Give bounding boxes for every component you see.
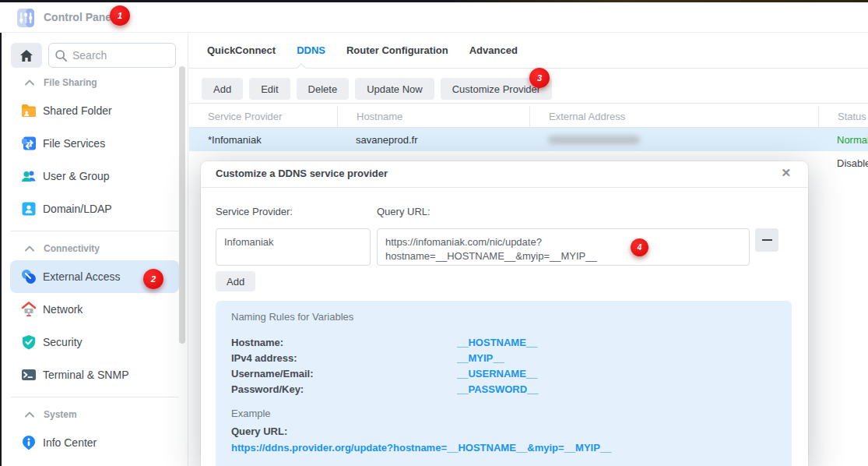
app-header: Control Panel: [0, 2, 868, 33]
example-query-url-label: Query URL:: [231, 425, 776, 437]
minus-icon: [762, 239, 772, 241]
rule-ipv4: IPv4 address: __MYIP__: [231, 350, 776, 365]
shared-folder-icon: [21, 103, 37, 118]
close-icon[interactable]: ✕: [781, 166, 791, 180]
annotation-badge-4: 4: [631, 238, 648, 256]
service-provider-input[interactable]: Infomaniak: [216, 228, 371, 266]
example-label: Example: [231, 408, 776, 419]
query-url-input[interactable]: https://infomaniak.com/nic/update? hostn…: [377, 228, 750, 266]
rule-password: Password/Key: __PASSWORD__: [231, 381, 776, 397]
chevron-up-icon: [24, 411, 35, 418]
sidebar-item-terminal-snmp[interactable]: Terminal & SNMP: [2, 358, 188, 391]
delete-button[interactable]: Delete: [297, 78, 350, 100]
sidebar-item-security[interactable]: Security: [2, 326, 188, 358]
sidebar-group-label: System: [44, 409, 77, 420]
column-header-external-address[interactable]: External Address: [529, 106, 818, 127]
query-url-label: Query URL:: [377, 206, 430, 217]
sidebar-group-file-sharing[interactable]: File Sharing: [2, 75, 181, 90]
sidebar: File Sharing Shared Folder File Services…: [2, 33, 188, 466]
annotation-badge-1: 1: [110, 5, 130, 26]
chevron-up-icon: [24, 79, 35, 86]
customize-ddns-provider-dialog: Customize a DDNS service provider ✕ Serv…: [201, 161, 808, 466]
naming-rules-title: Naming Rules for Variables: [231, 311, 776, 323]
sidebar-group-label: File Sharing: [44, 77, 97, 88]
home-button[interactable]: [11, 43, 42, 68]
user-group-icon: [21, 168, 37, 184]
sidebar-group-connectivity[interactable]: Connectivity: [2, 241, 181, 256]
info-center-icon: [21, 435, 37, 450]
security-icon: [21, 334, 37, 350]
cell-hostname: savaneprod.fr: [337, 128, 529, 151]
naming-rules-panel: Naming Rules for Variables Hostname: __H…: [216, 301, 792, 466]
page-title: Control Panel: [44, 2, 114, 33]
rule-hostname: Hostname: __HOSTNAME__: [231, 334, 776, 350]
control-panel-icon: [17, 9, 34, 27]
dialog-header: Customize a DDNS service provider ✕: [201, 161, 808, 188]
sidebar-item-domain-ldap[interactable]: Domain/LDAP: [2, 192, 188, 225]
search-box[interactable]: [48, 43, 176, 68]
annotation-badge-2: 2: [143, 269, 163, 289]
cell-service-provider: *Infomaniak: [189, 128, 337, 151]
sidebar-item-label: Domain/LDAP: [43, 203, 112, 215]
sidebar-item-label: Security: [43, 336, 83, 348]
sidebar-item-label: Shared Folder: [43, 104, 112, 117]
sidebar-item-label: User & Group: [43, 170, 110, 182]
rule-username: Username/Email: __USERNAME__: [231, 365, 776, 381]
tab-quickconnect[interactable]: QuickConnect: [207, 44, 276, 56]
network-icon: [21, 302, 37, 317]
query-url-line1: https://infomaniak.com/nic/update?: [385, 235, 741, 249]
sidebar-group-system[interactable]: System: [2, 407, 181, 422]
terminal-icon: [21, 367, 37, 383]
tab-bar: QuickConnect DDNS Router Configuration A…: [189, 33, 868, 69]
cell-status: Normal: [818, 128, 868, 151]
sidebar-item-user-group[interactable]: User & Group: [2, 160, 188, 192]
external-access-icon: [21, 269, 37, 284]
blurred-ip-address: [548, 136, 640, 144]
sidebar-item-network[interactable]: Network: [2, 293, 188, 326]
dialog-title: Customize a DDNS service provider: [216, 161, 388, 188]
column-header-status[interactable]: Status: [818, 106, 868, 127]
sidebar-item-file-services[interactable]: File Services: [2, 127, 188, 160]
column-header-hostname[interactable]: Hostname: [337, 106, 529, 127]
ddns-toolbar: Add Edit Delete Update Now Customize Pro…: [189, 69, 868, 104]
sidebar-group-label: Connectivity: [44, 243, 100, 254]
tab-ddns[interactable]: DDNS: [297, 44, 325, 56]
remove-provider-button[interactable]: [755, 228, 778, 252]
home-icon: [20, 50, 33, 62]
sidebar-item-info-center[interactable]: Info Center: [2, 426, 188, 459]
add-button[interactable]: Add: [202, 78, 243, 100]
cell-status: Disabled: [818, 151, 868, 175]
service-provider-label: Service Provider:: [216, 206, 293, 217]
edit-button[interactable]: Edit: [249, 78, 290, 100]
sidebar-divider: [11, 397, 179, 397]
sidebar-item-label: Network: [43, 303, 83, 316]
sidebar-item-label: File Services: [43, 137, 105, 150]
search-input[interactable]: [72, 49, 158, 62]
annotation-badge-3: 3: [529, 68, 550, 88]
sidebar-item-label: Info Center: [43, 436, 97, 449]
sidebar-item-shared-folder[interactable]: Shared Folder: [2, 94, 188, 127]
sidebar-divider: [11, 231, 179, 231]
tab-router-configuration[interactable]: Router Configuration: [346, 44, 448, 56]
update-now-button[interactable]: Update Now: [355, 78, 434, 100]
domain-ldap-icon: [21, 201, 37, 217]
file-services-icon: [21, 136, 37, 151]
table-header: Service Provider Hostname External Addre…: [189, 106, 868, 128]
sidebar-item-label: External Access: [43, 270, 121, 283]
search-icon: [55, 50, 67, 62]
column-header-service-provider[interactable]: Service Provider: [189, 106, 337, 127]
sidebar-item-label: Terminal & SNMP: [43, 369, 128, 381]
dialog-add-button[interactable]: Add: [216, 271, 255, 291]
cell-external-address: [529, 128, 818, 151]
query-url-line2: hostname=__HOSTNAME__&myip=__MYIP__: [385, 249, 741, 263]
example-query-url-link[interactable]: https://ddns.provider.org/update?hostnam…: [231, 442, 776, 454]
table-row[interactable]: *Infomaniak savaneprod.fr Normal: [189, 128, 868, 151]
chevron-up-icon: [24, 245, 35, 252]
tab-advanced[interactable]: Advanced: [469, 44, 518, 56]
